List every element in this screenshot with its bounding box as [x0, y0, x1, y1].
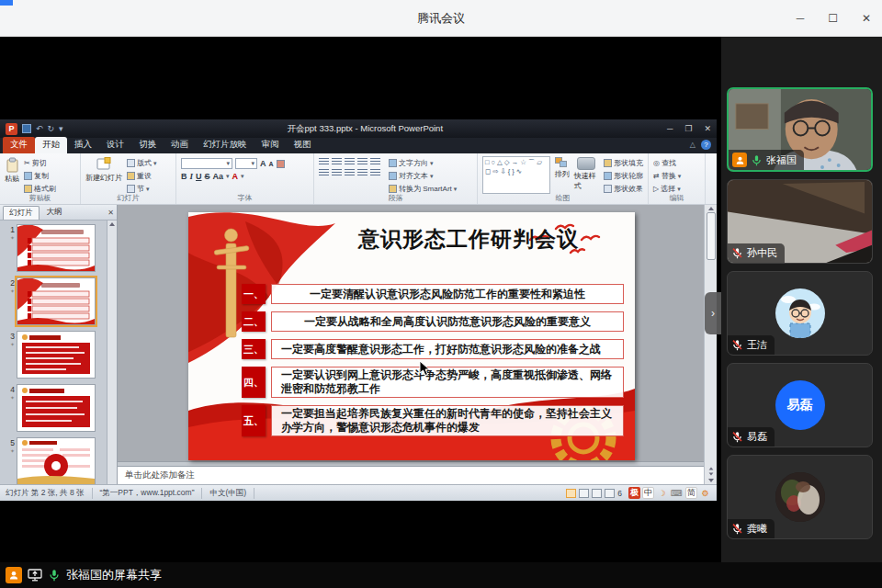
ime-simplified-icon[interactable]: 简 — [685, 487, 697, 499]
ime-keyboard-icon[interactable]: ⌨ — [670, 487, 684, 499]
ime-settings-icon[interactable]: ⚙ — [699, 487, 711, 499]
slide-item-2[interactable]: 二、 一定要从战略和全局高度认识防范意识形态风险的重要意义 — [242, 311, 624, 332]
slide-item-4[interactable]: 四、 一定要认识到网上意识形态斗争态势严峻，高度重视抵御渗透、网络泄密和防范邪教… — [242, 367, 624, 398]
align-right-icon[interactable] — [345, 169, 355, 177]
ppt-minimize-button[interactable]: ─ — [667, 124, 673, 133]
paste-button[interactable]: 粘贴 — [5, 156, 19, 194]
collapse-ribbon-icon[interactable]: △ — [690, 141, 695, 149]
arrange-button[interactable]: 排列 — [555, 156, 570, 194]
panel-close-icon[interactable]: ✕ — [107, 209, 114, 217]
justify-icon[interactable] — [357, 169, 368, 177]
align-center-icon[interactable] — [332, 169, 342, 177]
font-name-select[interactable]: ▾ — [181, 158, 232, 169]
thumbnail-row[interactable]: 5 — [2, 437, 115, 484]
slide-thumbnail-4[interactable] — [17, 384, 96, 432]
tab-file[interactable]: 文件 — [3, 137, 35, 153]
layout-button[interactable]: 版式▾ — [127, 158, 157, 168]
slide-item-5[interactable]: 五、 一定要担当起培养民族复兴重任的新时代青年的使命，坚持社会主义办学方向，警惕… — [242, 405, 624, 436]
line-spacing-icon[interactable] — [370, 158, 380, 166]
slide-sorter-view-button[interactable] — [579, 489, 589, 498]
slide-thumbnail-3[interactable] — [17, 331, 96, 379]
reading-view-button[interactable] — [592, 489, 602, 498]
shapes-gallery[interactable]: □○△◇→☆⌒ ▱◻⇨⇩{}∿ — [482, 156, 550, 194]
quick-styles-button[interactable]: 快速样式 — [574, 156, 599, 194]
underline-button[interactable]: U — [196, 172, 202, 181]
copy-button[interactable]: 复制 — [24, 171, 56, 181]
tab-view[interactable]: 视图 — [287, 137, 319, 153]
slide-thumbnail-1[interactable] — [17, 224, 96, 272]
thumbnail-row[interactable]: 2 — [2, 277, 115, 325]
panel-tab-outline[interactable]: 大纲 — [41, 206, 68, 219]
tab-insert[interactable]: 插入 — [67, 137, 99, 153]
decrease-indent-icon[interactable] — [345, 158, 355, 166]
change-case-button[interactable]: Aa — [213, 172, 224, 181]
shape-outline-button[interactable]: 形状轮廓 — [604, 171, 643, 181]
grow-font-button[interactable]: A — [260, 159, 266, 168]
ime-moon-icon[interactable]: ☽ — [656, 487, 668, 499]
strikethrough-button[interactable]: S — [205, 172, 210, 181]
scroll-up-icon[interactable] — [708, 207, 714, 210]
new-slide-button[interactable]: 新建幻灯片 — [85, 156, 122, 194]
italic-button[interactable]: I — [190, 172, 194, 181]
shrink-font-button[interactable]: A — [269, 161, 274, 167]
participant-tile-2[interactable]: 孙中民 — [727, 179, 873, 264]
thumbnail-row[interactable]: 1 — [2, 224, 115, 272]
sidebar-collapse-handle[interactable]: › — [705, 292, 721, 334]
slide-item-3[interactable]: 三、 一定要高度警醒意识形态工作，打好防范意识形态风险的准备之战 — [242, 339, 624, 359]
slide-thumbnail-2-selected[interactable] — [17, 277, 96, 325]
tab-slideshow[interactable]: 幻灯片放映 — [196, 137, 254, 153]
participant-tile-5[interactable]: 龚曦 — [727, 455, 873, 539]
slide-canvas[interactable]: 意识形态工作研判会议 一、 一定要清醒认识意识形态风险防范工作的重要性和紧迫性 … — [188, 212, 635, 460]
slide-scrollbar[interactable] — [704, 205, 717, 484]
tab-home[interactable]: 开始 — [35, 137, 67, 153]
bold-button[interactable]: B — [181, 172, 187, 181]
slide-item-1[interactable]: 一、 一定要清醒认识意识形态风险防范工作的重要性和紧迫性 — [242, 284, 624, 304]
numbering-icon[interactable] — [332, 158, 342, 166]
tab-animations[interactable]: 动画 — [164, 137, 196, 153]
cut-button[interactable]: ✂剪切 — [24, 158, 56, 168]
panel-scrollbar[interactable] — [107, 220, 117, 484]
slide-thumbnail-5[interactable] — [17, 437, 96, 484]
find-button[interactable]: ◎查找 — [653, 158, 681, 168]
normal-view-button[interactable] — [566, 489, 576, 498]
save-icon[interactable] — [22, 124, 31, 133]
help-icon[interactable]: ? — [701, 140, 711, 150]
scroll-down-icon[interactable] — [708, 479, 714, 482]
participant-tile-4[interactable]: 易磊 易磊 — [727, 363, 873, 447]
slide-title[interactable]: 意识形态工作研判会议 — [326, 225, 611, 254]
participant-tile-3[interactable]: 王洁 — [727, 271, 873, 356]
undo-icon[interactable]: ↶ — [36, 124, 43, 133]
notes-pane[interactable]: 单击此处添加备注 — [118, 466, 704, 484]
clear-formatting-icon[interactable] — [277, 160, 285, 168]
reset-button[interactable]: 重设 — [127, 171, 157, 181]
ime-app-icon[interactable]: 极 — [628, 487, 640, 499]
maximize-button[interactable]: ☐ — [828, 12, 838, 25]
tab-design[interactable]: 设计 — [99, 137, 131, 153]
scrollbar-handle[interactable] — [707, 212, 716, 260]
panel-tab-slides[interactable]: 幻灯片 — [3, 206, 40, 220]
tab-transitions[interactable]: 切换 — [131, 137, 164, 153]
replace-button[interactable]: ⇄替换▾ — [653, 171, 681, 181]
font-size-select[interactable]: ▾ — [235, 158, 257, 169]
align-left-icon[interactable] — [319, 169, 329, 177]
increase-indent-icon[interactable] — [357, 158, 368, 166]
language-indicator[interactable]: 中文(中国) — [209, 488, 254, 499]
ime-mode-icon[interactable]: 中 — [642, 487, 654, 499]
shape-fill-button[interactable]: 形状填充 — [604, 158, 643, 168]
minimize-button[interactable]: ─ — [797, 12, 805, 25]
close-button[interactable]: ✕ — [862, 12, 871, 25]
participant-tile-1[interactable]: 张福国 — [727, 87, 873, 172]
columns-icon[interactable] — [370, 169, 380, 177]
thumbnail-row[interactable]: 3 — [2, 331, 115, 379]
bullets-icon[interactable] — [319, 158, 329, 166]
align-text-button[interactable]: 对齐文本▾ — [389, 171, 457, 181]
slideshow-view-button[interactable] — [605, 489, 615, 498]
font-color-button[interactable]: A — [232, 172, 239, 181]
next-slide-icon[interactable] — [708, 472, 713, 475]
tab-review[interactable]: 审阅 — [254, 137, 287, 153]
ppt-close-button[interactable]: ✕ — [704, 124, 711, 133]
thumbnail-row[interactable]: 4 — [2, 384, 115, 432]
redo-icon[interactable]: ↻ — [48, 124, 55, 133]
previous-slide-icon[interactable] — [708, 467, 713, 469]
ppt-restore-button[interactable]: ❐ — [684, 124, 692, 133]
